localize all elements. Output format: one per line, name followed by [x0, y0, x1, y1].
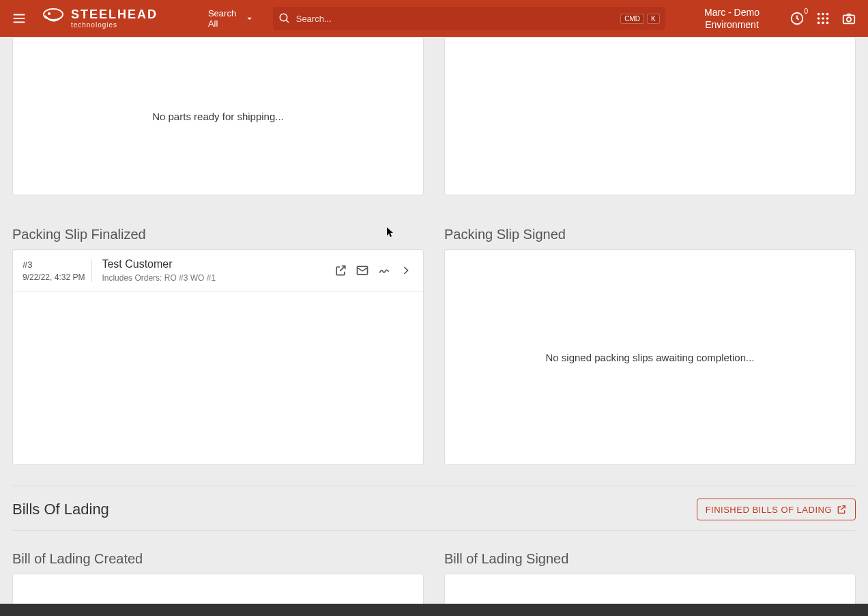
kbd-cmd: CMD — [620, 14, 644, 24]
svg-rect-13 — [843, 15, 855, 23]
search-icon — [278, 12, 291, 25]
search-input[interactable] — [296, 14, 616, 24]
camera-button[interactable] — [841, 9, 857, 28]
dropdown-icon — [244, 12, 255, 25]
svg-point-2 — [280, 14, 287, 21]
svg-point-9 — [826, 17, 829, 20]
bol-signed-title: Bill of Lading Signed — [444, 551, 856, 567]
packing-signed-empty-message: No signed packing slips awaiting complet… — [546, 352, 755, 363]
brand-subtitle: technologies — [71, 22, 158, 29]
open-external-icon — [334, 264, 347, 277]
packing-slip-item[interactable]: #3 9/22/22, 4:32 PM Test Customer Includ… — [13, 250, 423, 292]
brand-logo[interactable]: STEELHEAD technologies — [41, 6, 158, 31]
slip-customer: Test Customer — [102, 258, 323, 270]
footer-bar — [0, 604, 868, 616]
svg-point-11 — [822, 22, 824, 25]
svg-point-7 — [818, 17, 820, 20]
bol-signed-panel — [444, 574, 856, 604]
shipping-empty-message: No parts ready for shipping... — [152, 111, 284, 122]
search-scope-dropdown[interactable]: Search All — [208, 8, 255, 29]
svg-point-12 — [826, 22, 829, 25]
section-divider — [12, 530, 856, 531]
search-scope-label: Search All — [208, 8, 242, 29]
search-shortcut: CMD K — [620, 14, 659, 24]
bol-created-title: Bill of Lading Created — [12, 551, 424, 567]
sign-button[interactable] — [377, 263, 392, 278]
topbar: STEELHEAD technologies Search All CMD K … — [0, 0, 868, 37]
svg-point-4 — [818, 13, 820, 16]
section-divider — [12, 486, 856, 486]
shipping-ready-panel: No parts ready for shipping... — [12, 37, 424, 195]
packing-signed-panel: No signed packing slips awaiting complet… — [444, 249, 856, 465]
open-external-button[interactable] — [333, 263, 348, 278]
logo-icon — [41, 6, 66, 31]
svg-point-14 — [847, 17, 851, 21]
slip-date: 9/22/22, 4:32 PM — [23, 272, 85, 282]
slip-orders: Includes Orders: RO #3 WO #1 — [102, 273, 323, 283]
expand-button[interactable] — [399, 263, 414, 278]
apps-button[interactable] — [815, 9, 831, 28]
clock-icon — [790, 11, 805, 26]
menu-toggle[interactable] — [11, 9, 27, 28]
svg-point-6 — [826, 13, 829, 16]
camera-icon — [841, 11, 856, 26]
open-external-icon — [836, 504, 847, 515]
finished-bills-label: FINISHED BILLS OF LADING — [706, 505, 832, 515]
packing-finalized-panel: #3 9/22/22, 4:32 PM Test Customer Includ… — [12, 249, 424, 465]
packing-finalized-title: Packing Slip Finalized — [12, 227, 424, 242]
brand-name: STEELHEAD — [71, 8, 158, 20]
email-button[interactable] — [355, 263, 370, 278]
history-button[interactable]: 0 — [789, 9, 805, 28]
kbd-k: K — [647, 14, 660, 24]
global-search[interactable]: CMD K — [273, 7, 665, 30]
svg-point-1 — [48, 12, 50, 15]
main-content: No parts ready for shipping... Packing S… — [0, 37, 868, 604]
svg-point-10 — [818, 22, 820, 25]
bol-created-panel — [12, 574, 424, 604]
bills-of-lading-title: Bills Of Lading — [12, 501, 109, 518]
environment-label[interactable]: Marc - Demo Environment — [684, 6, 780, 31]
svg-point-8 — [822, 17, 824, 20]
finished-bills-button[interactable]: FINISHED BILLS OF LADING — [697, 499, 856, 520]
svg-point-5 — [822, 13, 824, 16]
chevron-right-icon — [399, 264, 413, 277]
packing-signed-title: Packing Slip Signed — [444, 227, 856, 242]
hamburger-icon — [12, 11, 27, 26]
email-icon — [356, 264, 369, 277]
right-top-panel — [444, 37, 856, 195]
slip-id: #3 — [23, 260, 85, 270]
signature-icon — [377, 264, 391, 277]
apps-icon — [815, 11, 830, 26]
history-count: 0 — [805, 8, 809, 15]
